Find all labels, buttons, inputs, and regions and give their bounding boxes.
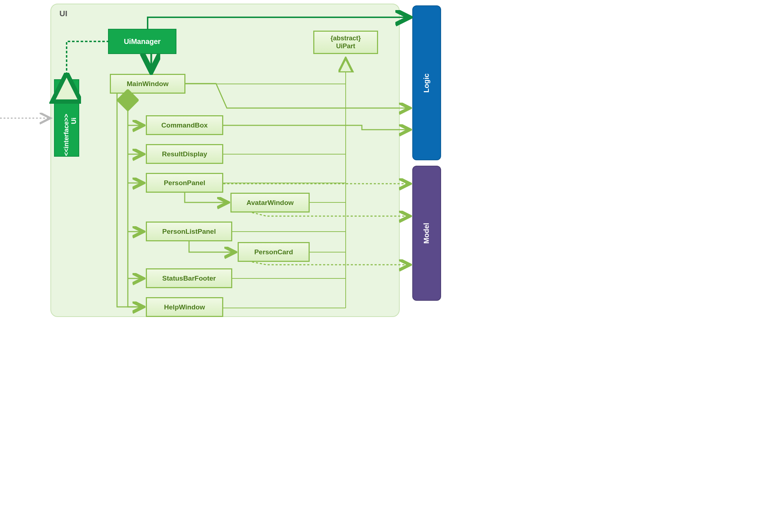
uipart-name: UiPart [336, 43, 355, 50]
uipart-stereo: {abstract} [331, 35, 361, 43]
helpwindow-class: HelpWindow [146, 297, 223, 317]
ui-package-label: UI [59, 9, 67, 18]
uipart-class: {abstract} UiPart [313, 31, 378, 54]
model-label: Model [423, 223, 431, 244]
resultdisplay-label: ResultDisplay [162, 150, 207, 158]
ui-interface-stereo: <<interface>> [63, 114, 71, 156]
commandbox-label: CommandBox [161, 121, 208, 129]
model-class: Model [412, 166, 441, 301]
personlistpanel-class: PersonListPanel [146, 222, 232, 241]
diagram-canvas: UI UiManager <<interface>> Ui MainWindow… [0, 0, 468, 324]
uimanager-label: UiManager [124, 37, 161, 46]
commandbox-class: CommandBox [146, 115, 223, 135]
ui-interface-class: <<interface>> Ui [54, 79, 79, 157]
personpanel-label: PersonPanel [164, 179, 205, 187]
uimanager-class: UiManager [108, 29, 176, 54]
mainwindow-class: MainWindow [110, 74, 185, 94]
mainwindow-label: MainWindow [127, 80, 169, 88]
avatarwindow-label: AvatarWindow [246, 199, 293, 207]
logic-class: Logic [412, 5, 441, 160]
logic-label: Logic [423, 73, 431, 92]
personpanel-class: PersonPanel [146, 173, 223, 193]
personcard-label: PersonCard [254, 248, 293, 256]
avatarwindow-class: AvatarWindow [230, 193, 310, 213]
helpwindow-label: HelpWindow [164, 303, 205, 311]
personcard-class: PersonCard [238, 242, 310, 262]
statusbarfooter-label: StatusBarFooter [162, 274, 216, 282]
statusbarfooter-class: StatusBarFooter [146, 268, 232, 288]
ui-interface-name: Ui [70, 118, 78, 124]
resultdisplay-class: ResultDisplay [146, 144, 223, 164]
personlistpanel-label: PersonListPanel [162, 228, 216, 236]
